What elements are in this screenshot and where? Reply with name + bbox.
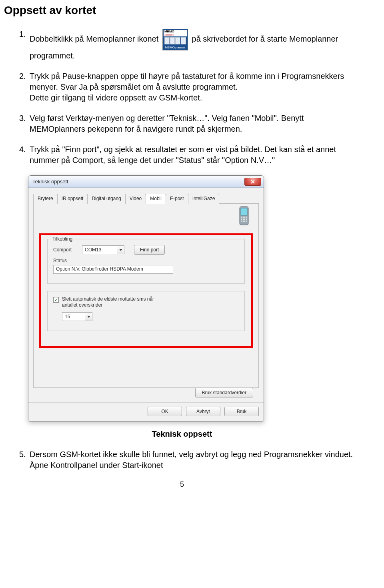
cancel-button[interactable]: Avbryt <box>186 407 220 416</box>
step-number: 5. <box>19 449 30 471</box>
svg-rect-9 <box>243 221 245 222</box>
dropdown-caret-icon <box>85 313 92 321</box>
status-value: Option N.V. GlobeTrotter HSDPA Modem <box>53 265 173 274</box>
step-number: 2. <box>19 71 30 103</box>
teknisk-oppsett-dialog: Teknisk oppsett Brytere IR oppsett Digit… <box>28 175 264 421</box>
checkbox-label: Slett automatisk de eldste mottatte sms … <box>62 296 166 308</box>
sms-cleanup-group: Slett automatisk de eldste mottatte sms … <box>47 291 245 331</box>
step-2: 2. Trykk på Pause-knappen oppe til høyre… <box>19 71 360 103</box>
apply-button[interactable]: Bruk <box>224 407 259 416</box>
status-label: Status <box>53 258 82 263</box>
ok-button[interactable]: OK <box>148 407 182 416</box>
threshold-select[interactable]: 15 <box>62 312 92 321</box>
tab-bar: Brytere IR oppsett Digital utgang Video … <box>33 193 259 204</box>
tab-brytere[interactable]: Brytere <box>33 194 58 204</box>
highlight-box: Tilkobling Comport COM13 Finn port <box>39 233 253 348</box>
step-text: Dobbeltklikk på Memoplanner ikonet <box>30 34 161 43</box>
dialog-button-bar: OK Avbryt Bruk <box>28 402 264 421</box>
icon-footer: MEMOplanner <box>163 46 188 50</box>
figure-caption: Teknisk oppsett <box>4 429 360 439</box>
dialog-titlebar: Teknisk oppsett <box>28 176 264 188</box>
tab-mobil[interactable]: Mobil <box>146 194 166 204</box>
step-text: Trykk på "Finn port", og sjekk at result… <box>30 144 360 166</box>
memoplanner-desktop-icon: MEMO lanner MEMOplanner <box>162 29 188 50</box>
dropdown-caret-icon <box>117 246 124 254</box>
comport-select[interactable]: COM13 <box>82 245 124 254</box>
svg-rect-3 <box>243 217 245 218</box>
close-button[interactable] <box>244 178 261 186</box>
step-number: 1. <box>19 29 30 61</box>
page-number: 5 <box>4 480 360 489</box>
step-number: 3. <box>19 113 30 134</box>
close-icon <box>251 180 255 184</box>
svg-rect-2 <box>241 217 242 218</box>
step-text: Velg først Verktøy-menyen og deretter "T… <box>30 113 360 134</box>
defaults-button[interactable]: Bruk standardverdier <box>195 388 253 397</box>
find-port-button[interactable]: Finn port <box>134 245 165 255</box>
tab-intelligaze[interactable]: IntelliGaze <box>188 194 220 204</box>
step-list: 1. Dobbeltklikk på Memoplanner ikonet ME… <box>19 29 360 166</box>
tab-panel-mobil: Tilkobling Comport COM13 Finn port <box>33 204 259 388</box>
svg-rect-10 <box>246 221 247 222</box>
group-title: Tilkobling <box>51 236 74 242</box>
svg-rect-1 <box>241 208 247 215</box>
svg-rect-4 <box>246 217 247 218</box>
svg-rect-7 <box>246 219 247 220</box>
tab-digital-utgang[interactable]: Digital utgang <box>87 194 125 204</box>
page-title: Oppsett av kortet <box>4 4 360 17</box>
dialog-title: Teknisk oppsett <box>32 179 68 185</box>
step-3: 3. Velg først Verktøy-menyen og deretter… <box>19 113 360 134</box>
comport-label: Comport <box>53 247 82 253</box>
svg-rect-5 <box>241 219 242 220</box>
threshold-value: 15 <box>65 314 70 319</box>
icon-text-lanner: lanner <box>164 33 174 36</box>
step-number: 4. <box>19 144 30 166</box>
auto-delete-checkbox[interactable] <box>53 297 59 303</box>
comport-value: COM13 <box>85 247 101 253</box>
tab-ir-oppsett[interactable]: IR oppsett <box>57 194 88 204</box>
svg-rect-8 <box>241 221 242 222</box>
step-text: Dersom GSM-kortet ikke skulle bli funnet… <box>30 449 360 471</box>
tab-epost[interactable]: E-post <box>166 194 188 204</box>
step-text: Trykk på Pause-knappen oppe til høyre på… <box>30 71 360 103</box>
tilkobling-group: Tilkobling Comport COM13 Finn port <box>47 239 245 284</box>
step-5: 5. Dersom GSM-kortet ikke skulle bli fun… <box>19 449 360 471</box>
step-1: 1. Dobbeltklikk på Memoplanner ikonet ME… <box>19 29 360 61</box>
tab-video[interactable]: Video <box>125 194 146 204</box>
svg-rect-6 <box>243 219 245 220</box>
step-4: 4. Trykk på "Finn port", og sjekk at res… <box>19 144 360 166</box>
mobile-phone-icon <box>238 206 250 225</box>
